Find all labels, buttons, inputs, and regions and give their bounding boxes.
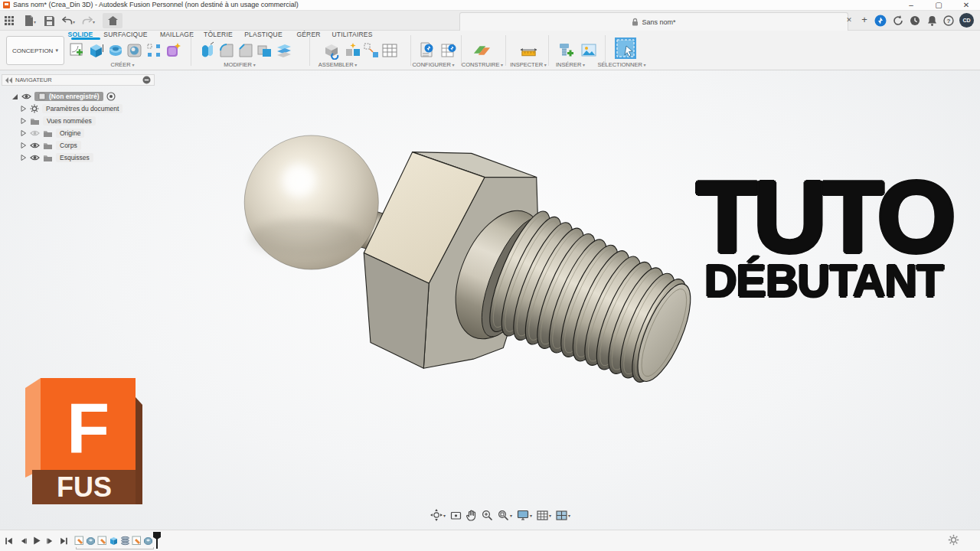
ribbon-tab-maillage[interactable]: MAILLAGE (160, 31, 194, 38)
ribbon-tab-tolerie[interactable]: TÔLERIE (204, 31, 233, 38)
insert-canvas-button[interactable] (579, 41, 598, 60)
group-label-construire[interactable]: CONSTRUIRE (462, 61, 503, 68)
grid-display-button[interactable]: ▾ (537, 510, 551, 520)
maximize-button[interactable]: ▢ (929, 0, 948, 10)
fit-caret-icon[interactable]: ▾ (510, 513, 512, 518)
timeline-feature-extrude[interactable] (109, 535, 119, 545)
panel-options-icon[interactable] (142, 76, 151, 84)
document-node[interactable]: (Non enregistré) (34, 92, 103, 101)
group-label-selectionner[interactable]: SÉLECTIONNER (597, 61, 645, 68)
timeline-feature-sketch[interactable] (132, 535, 142, 545)
new-component-button[interactable] (322, 41, 341, 60)
hole-button[interactable] (125, 41, 144, 60)
collapsed-arrow-icon[interactable] (20, 154, 27, 161)
viewports-button[interactable]: ▾ (556, 510, 570, 520)
notifications-bell-icon[interactable] (925, 14, 939, 28)
home-view-button[interactable] (103, 13, 122, 28)
app-grid-icon[interactable] (2, 14, 17, 28)
timeline-settings-button[interactable] (948, 534, 959, 549)
visibility-eye-icon[interactable] (30, 142, 40, 149)
tree-item-named-views[interactable]: Vues nommées (20, 116, 96, 126)
save-icon[interactable] (41, 14, 57, 28)
group-label-configurer[interactable]: CONFIGURER (412, 61, 454, 68)
press-pull-button[interactable] (198, 41, 217, 60)
group-label-inspecter[interactable]: INSPECTER (510, 61, 547, 68)
job-status-icon[interactable] (874, 14, 887, 28)
combine-button[interactable] (255, 41, 274, 60)
close-button[interactable]: ✕ (957, 0, 975, 10)
timeline-play-button[interactable] (31, 535, 42, 546)
collapsed-arrow-icon[interactable] (20, 105, 27, 112)
redo-caret-icon[interactable]: ▾ (93, 19, 95, 24)
collapsed-arrow-icon[interactable] (20, 129, 27, 137)
look-at-button[interactable] (450, 510, 462, 520)
tree-item-document-settings[interactable]: Paramètres du document (20, 103, 122, 114)
revolve-button[interactable] (106, 41, 125, 60)
document-tab[interactable]: Sans nom* (459, 12, 848, 31)
tree-item-origin[interactable]: Origine (20, 128, 84, 139)
visibility-eye-icon[interactable] (30, 154, 40, 161)
measure-button[interactable] (519, 41, 538, 60)
undo-caret-icon[interactable]: ▾ (73, 19, 75, 24)
collapsed-arrow-icon[interactable] (20, 117, 27, 125)
timeline-go-to-start-button[interactable] (3, 535, 15, 546)
joint-table-button[interactable] (380, 41, 399, 60)
tree-item-bodies[interactable]: Corps (20, 140, 81, 151)
tree-item-sketches[interactable]: Esquisses (20, 152, 93, 163)
insert-fastener-button[interactable] (556, 41, 575, 60)
joint-button[interactable] (343, 41, 362, 60)
as-built-joint-button[interactable] (361, 41, 381, 60)
user-avatar[interactable]: CD (959, 13, 974, 28)
create-sketch-button[interactable] (67, 41, 87, 60)
file-new-caret-icon[interactable]: ▾ (34, 19, 36, 24)
minimize-button[interactable]: – (902, 0, 920, 10)
timeline-feature-coil[interactable] (120, 535, 130, 545)
grid-caret-icon[interactable]: ▾ (549, 513, 551, 518)
timeline-position-marker[interactable] (152, 532, 162, 551)
zoom-button[interactable] (482, 510, 493, 521)
collapsed-arrow-icon[interactable] (20, 142, 27, 149)
ribbon-tab-surfacique[interactable]: SURFACIQUE (103, 31, 147, 38)
select-button[interactable] (612, 38, 639, 58)
viewports-caret-icon[interactable]: ▾ (568, 513, 570, 518)
ribbon-tab-gerer[interactable]: GÉRER (296, 31, 320, 38)
timeline-step-back-button[interactable] (17, 535, 28, 546)
group-label-creer[interactable]: CRÉER (111, 61, 135, 68)
chamfer-button[interactable] (236, 41, 255, 60)
fit-button[interactable]: ▾ (498, 510, 512, 521)
new-tab-icon[interactable]: + (859, 14, 870, 25)
activate-radio-icon[interactable] (106, 92, 116, 101)
create-form-button[interactable] (163, 41, 182, 60)
group-label-assembler[interactable]: ASSEMBLER (318, 61, 358, 68)
timeline-feature-sketch[interactable] (97, 535, 107, 545)
expanded-arrow-icon[interactable] (11, 93, 18, 100)
recent-clock-icon[interactable] (908, 14, 922, 28)
sync-icon[interactable] (891, 14, 905, 28)
rectangular-pattern-button[interactable] (144, 41, 163, 60)
close-tab-icon[interactable]: ✕ (844, 16, 854, 24)
configuration-table-button[interactable] (439, 41, 458, 60)
visibility-eye-icon[interactable] (21, 93, 31, 100)
ribbon-tab-utilitaires[interactable]: UTILITAIRES (332, 31, 372, 38)
timeline-go-to-end-button[interactable] (58, 535, 70, 546)
timeline-feature-revolve[interactable] (86, 535, 96, 545)
offset-face-button[interactable] (274, 41, 293, 60)
pan-button[interactable] (466, 510, 477, 521)
timeline-step-forward-button[interactable] (44, 535, 56, 546)
orbit-caret-icon[interactable]: ▾ (443, 513, 446, 518)
ribbon-tab-plastique[interactable]: PLASTIQUE (244, 31, 283, 38)
visibility-eye-off-icon[interactable] (30, 129, 40, 137)
collapse-panel-icon[interactable] (5, 77, 12, 83)
extrude-button[interactable] (87, 41, 106, 60)
group-label-inserer[interactable]: INSÉRER (556, 61, 585, 68)
group-label-modifier[interactable]: MODIFIER (224, 61, 255, 68)
tree-item-document-root[interactable]: (Non enregistré) (11, 91, 116, 102)
model-viewport[interactable]: NAVIGATEUR (Non enregistré) Paramètres d… (0, 70, 980, 530)
navigator-header[interactable]: NAVIGATEUR (2, 74, 155, 86)
construction-plane-button[interactable] (472, 41, 492, 60)
orbit-button[interactable]: ▾ (430, 509, 446, 521)
configuration-button[interactable] (417, 41, 436, 60)
help-icon[interactable]: ? (942, 14, 956, 28)
display-caret-icon[interactable]: ▾ (530, 513, 532, 518)
fillet-button[interactable] (217, 41, 236, 60)
